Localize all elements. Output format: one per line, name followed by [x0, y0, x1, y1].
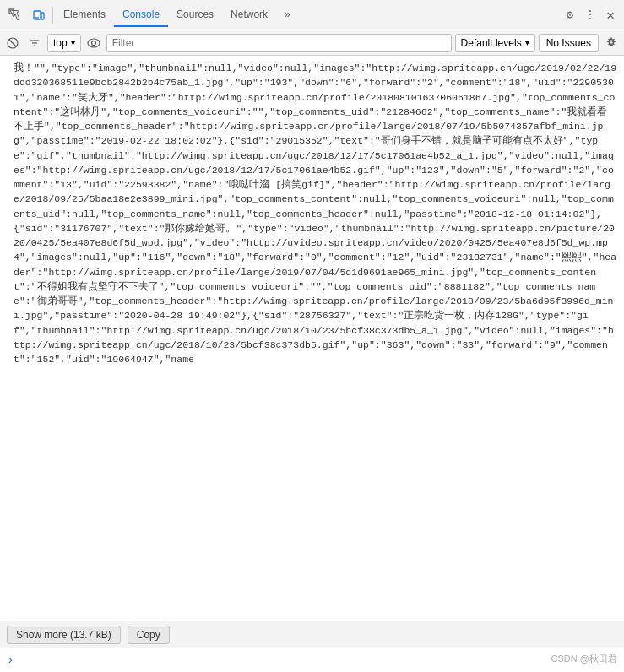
levels-selector[interactable]: Default levels ▾ — [455, 34, 535, 52]
console-input-line: › — [0, 648, 624, 672]
inspect-element-icon[interactable] — [3, 3, 27, 27]
context-chevron-icon: ▾ — [71, 38, 75, 47]
close-devtools-button[interactable]: ✕ — [600, 5, 621, 25]
console-toolbar: top ▾ Default levels ▾ No Issues — [0, 30, 624, 56]
no-issues-label: No Issues — [546, 37, 591, 49]
no-issues-button[interactable]: No Issues — [539, 34, 599, 52]
console-input-field[interactable] — [19, 654, 617, 666]
filter-input[interactable] — [106, 34, 452, 52]
tab-elements[interactable]: Elements — [55, 3, 114, 27]
tab-console[interactable]: Console — [114, 3, 168, 27]
tab-sources[interactable]: Sources — [168, 3, 222, 27]
copy-button[interactable]: Copy — [128, 626, 170, 644]
console-bottom-bar: Show more (13.7 kB) Copy — [0, 621, 624, 648]
context-selector[interactable]: top ▾ — [47, 34, 81, 52]
svg-point-9 — [88, 39, 100, 47]
console-settings-icon[interactable] — [602, 34, 621, 52]
filter-toggle-button[interactable] — [25, 34, 44, 52]
svg-point-10 — [91, 41, 95, 45]
more-options-icon[interactable]: ⋮ — [580, 5, 600, 25]
levels-chevron-icon: ▾ — [525, 38, 529, 47]
tab-more[interactable]: » — [276, 3, 299, 27]
console-line-1: 我！"","type":"image","thumbnail":null,"vi… — [0, 59, 624, 368]
watermark: CSDN @秋田君 — [551, 653, 617, 665]
svg-rect-2 — [41, 13, 44, 19]
levels-label: Default levels — [461, 37, 522, 49]
devtools-top-bar: Elements Console Sources Network » ⚙ ⋮ ✕ — [0, 0, 624, 30]
settings-icon[interactable]: ⚙ — [560, 5, 580, 25]
clear-console-button[interactable] — [3, 34, 22, 52]
context-label: top — [53, 37, 68, 49]
svg-line-5 — [9, 40, 16, 46]
toolbar-divider-1 — [52, 7, 53, 24]
show-more-button[interactable]: Show more (13.7 kB) — [7, 626, 121, 644]
tab-network[interactable]: Network — [222, 3, 276, 27]
console-prompt-icon: › — [7, 653, 14, 667]
console-output: 我！"","type":"image","thumbnail":null,"vi… — [0, 56, 624, 621]
device-toolbar-icon[interactable] — [27, 3, 51, 27]
eye-button[interactable] — [84, 34, 103, 52]
